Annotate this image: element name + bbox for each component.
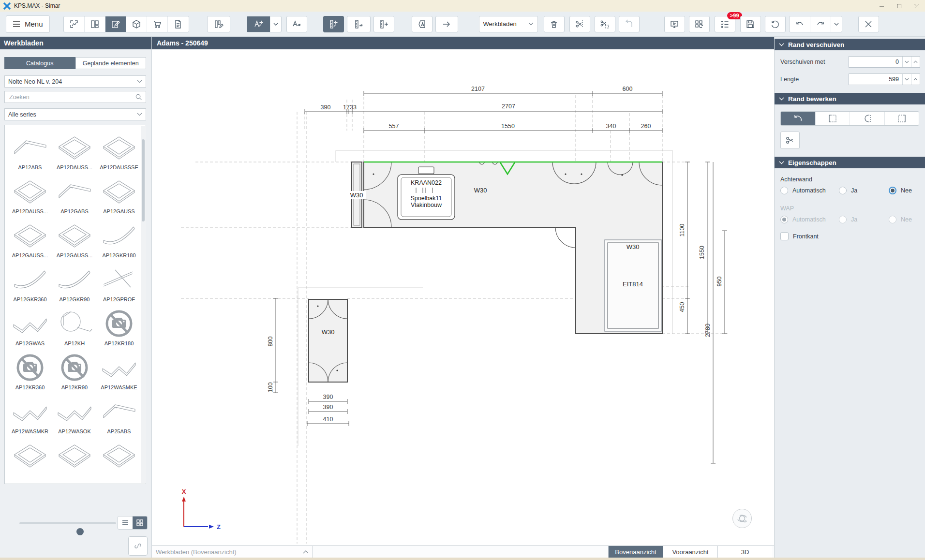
catalog-item[interactable]: AP12DAUSS...	[8, 177, 52, 214]
catalog-item[interactable]: AP12KR180	[97, 309, 141, 346]
drawing-canvas[interactable]: 2107 600 390 17 33 2707 557 1550 340 260…	[152, 49, 774, 545]
dimension-revert-button[interactable]	[347, 16, 371, 32]
dimension-add-button[interactable]	[373, 16, 394, 32]
tab-3d[interactable]: 3D	[717, 546, 772, 558]
decrement-button[interactable]	[902, 74, 911, 85]
view-3d-button[interactable]	[126, 16, 147, 32]
catalog-item[interactable]: AP12DAUSS...	[52, 133, 97, 170]
auto-dimension-button[interactable]	[323, 16, 344, 32]
close-window-button[interactable]	[908, 0, 925, 12]
decrement-button[interactable]	[902, 57, 911, 67]
list-view-button[interactable]	[118, 516, 133, 529]
catalog-scrollbar[interactable]	[141, 126, 145, 483]
auto-label-dropdown[interactable]	[270, 16, 281, 32]
catalog-item[interactable]	[97, 441, 141, 472]
radio-automatisch[interactable]	[780, 187, 788, 194]
worktop-edit-button[interactable]	[105, 16, 126, 32]
svg-text:Spoelbak11: Spoelbak11	[410, 195, 442, 202]
layout-update-button[interactable]	[689, 16, 710, 32]
catalog-item[interactable]: AP12WASMKE	[97, 353, 141, 390]
verschuiven-met-input[interactable]	[849, 57, 902, 67]
task-list-button[interactable]: >99	[715, 16, 735, 32]
undo-history-dropdown[interactable]	[831, 16, 842, 32]
catalog-item[interactable]: AP12GKR360	[8, 265, 52, 302]
arrow-right-button[interactable]	[435, 16, 458, 32]
catalog-item[interactable]: AP25ABS	[97, 397, 141, 434]
redo-button[interactable]	[810, 16, 831, 32]
catalog-edit-button[interactable]	[207, 16, 230, 32]
room-plan-button[interactable]	[64, 16, 85, 32]
catalog-item[interactable]: AP12GKR180	[97, 221, 141, 258]
radio-wap-nee[interactable]	[889, 216, 896, 223]
link-elements-button[interactable]	[128, 536, 148, 556]
menu-button[interactable]: Menu	[6, 15, 50, 33]
increment-button[interactable]	[911, 74, 920, 85]
split-edge-button[interactable]	[780, 132, 800, 149]
catalog-item[interactable]: AP12KH	[52, 309, 97, 346]
history-button[interactable]	[765, 16, 786, 32]
edge-bracket-button[interactable]	[885, 112, 919, 125]
tab-catalogus[interactable]: Catalogus	[4, 57, 75, 69]
section-eigenschappen[interactable]: Eigenschappen	[775, 157, 925, 168]
radio-wap-automatisch[interactable]	[780, 216, 788, 223]
thumbnail-size-slider[interactable]	[19, 522, 116, 524]
slider-knob[interactable]	[76, 528, 84, 535]
catalog-item[interactable]: AP12WASOK	[52, 397, 97, 434]
sheet-select[interactable]: Werkbladen (Bovenaanzicht)	[152, 546, 313, 558]
radio-wap-ja[interactable]	[839, 216, 847, 223]
cabinet-fronts-button[interactable]	[85, 16, 105, 32]
close-tool-button[interactable]	[858, 16, 879, 32]
edge-round-button[interactable]	[850, 112, 885, 125]
catalog-item[interactable]	[8, 441, 52, 472]
restore-cut-button[interactable]	[619, 16, 640, 32]
orbit-icon	[736, 513, 748, 524]
edge-notch-button[interactable]	[816, 112, 850, 125]
undo-button[interactable]	[790, 16, 810, 32]
catalog-item[interactable]: AP12GPROF	[97, 265, 141, 302]
catalog-item[interactable]: AP12GKR90	[52, 265, 97, 302]
catalog-item[interactable]: AP12WASMKR	[8, 397, 52, 434]
catalog-item[interactable]: AP12KR360	[8, 353, 52, 390]
auto-label-button[interactable]	[247, 16, 270, 32]
grid-view-button[interactable]	[133, 516, 147, 529]
sink-outline[interactable]	[398, 167, 455, 220]
catalog-item[interactable]: AP12GAUSS	[97, 177, 141, 214]
label-tag-button[interactable]	[412, 16, 433, 32]
radio-ja[interactable]	[839, 187, 847, 194]
tab-geplande-elementen[interactable]: Geplande elementen	[75, 57, 147, 69]
save-button[interactable]	[740, 16, 761, 32]
maximize-button[interactable]	[890, 0, 908, 12]
edge-straight-button[interactable]	[781, 112, 816, 125]
catalog-select[interactable]: Nolte Neo NL v. 204	[4, 75, 146, 88]
minimize-button[interactable]	[873, 0, 890, 12]
presentation-button[interactable]	[664, 16, 685, 32]
increment-button[interactable]	[911, 57, 920, 67]
catalog-item[interactable]: AP12ABS	[8, 133, 52, 170]
search-input[interactable]	[8, 93, 135, 101]
section-rand-verschuiven[interactable]: Rand verschuiven	[775, 39, 925, 50]
orbit-view-button[interactable]	[732, 509, 752, 528]
catalog-item[interactable]: AP12GAUSS...	[8, 221, 52, 258]
delete-button[interactable]	[544, 16, 565, 32]
catalog-item[interactable]: AP12GAUSS...	[52, 221, 97, 258]
tab-bovenaanzicht[interactable]: Bovenaanzicht	[608, 546, 663, 558]
section-rand-bewerken[interactable]: Rand bewerken	[775, 93, 925, 104]
lengte-input[interactable]	[849, 74, 902, 85]
order-cart-button[interactable]	[147, 16, 168, 32]
radio-nee[interactable]	[889, 187, 896, 194]
tab-vooraanzicht[interactable]: Vooraanzicht	[663, 546, 717, 558]
catalog-item[interactable]: AP12GWAS	[8, 309, 52, 346]
catalog-item[interactable]: AP12GABS	[52, 177, 97, 214]
cut-region-button[interactable]	[595, 16, 615, 32]
frontkant-checkbox[interactable]	[780, 232, 789, 240]
catalog-item[interactable]: AP12DAUSSSE	[97, 133, 141, 170]
layout-refresh-icon	[694, 19, 704, 29]
document-button[interactable]	[168, 16, 189, 32]
search-icon[interactable]	[135, 93, 142, 101]
context-select[interactable]: Werkbladen	[479, 16, 538, 32]
catalog-item[interactable]: AP12KR90	[52, 353, 97, 390]
cut-edge-button[interactable]	[569, 16, 590, 32]
series-select[interactable]: Alle series	[4, 108, 146, 120]
catalog-item[interactable]	[52, 441, 97, 472]
label-revert-button[interactable]	[286, 16, 307, 32]
